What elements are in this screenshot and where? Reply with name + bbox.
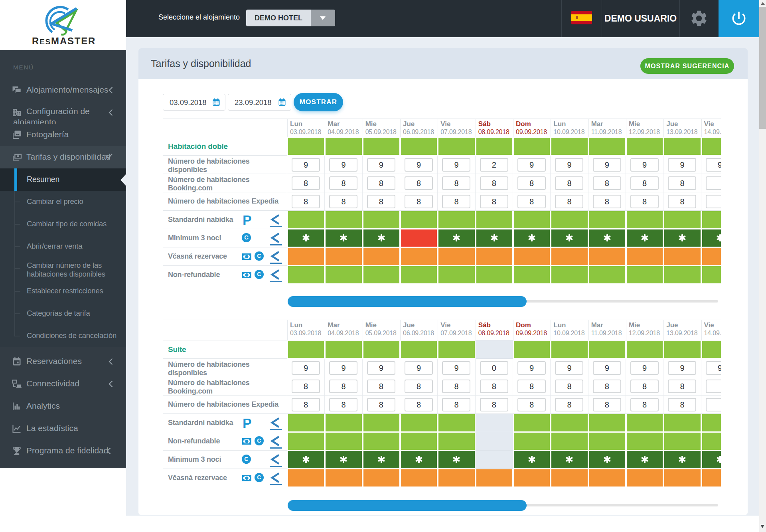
svg-text:RESMASTER: RESMASTER bbox=[32, 36, 96, 46]
